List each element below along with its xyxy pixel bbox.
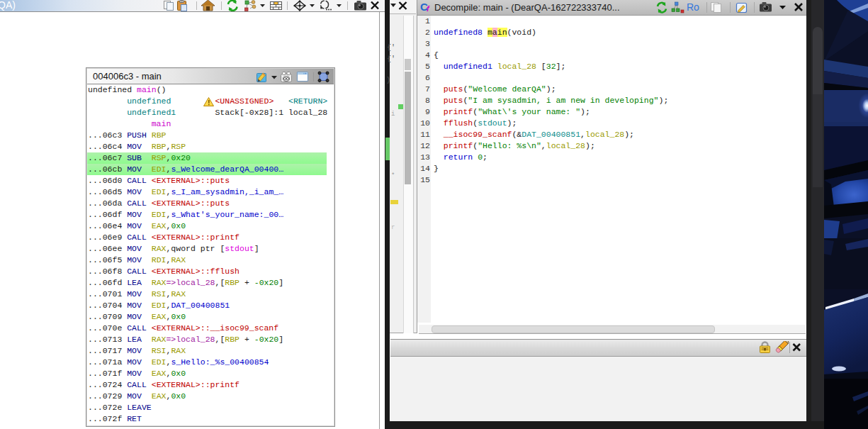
svg-text:Ro: Ro [687, 1, 699, 13]
